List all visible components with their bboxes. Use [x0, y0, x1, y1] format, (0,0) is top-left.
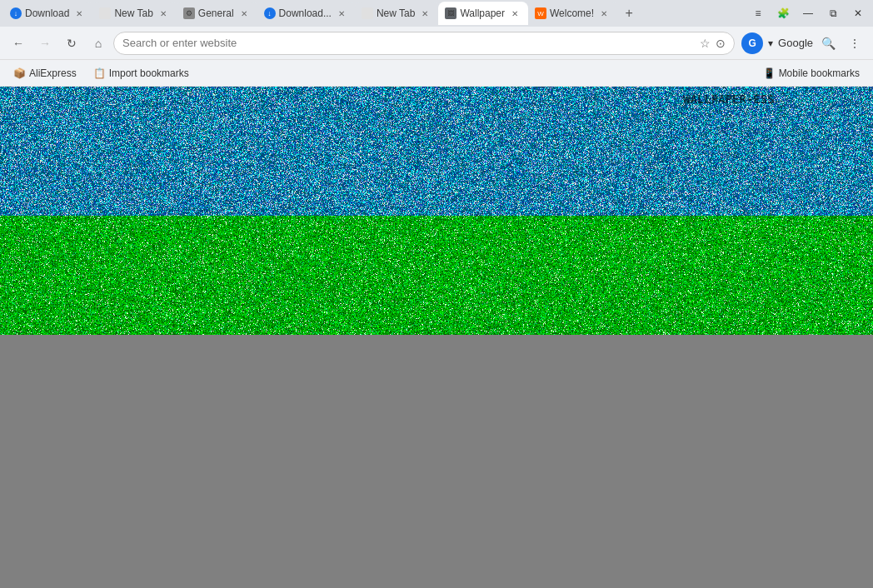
tab-favicon-download-1: ↓	[10, 7, 22, 19]
tab-favicon-download-2: ↓	[264, 7, 276, 19]
bookmark-aliexpress[interactable]: 📦 AliExpress	[7, 66, 83, 81]
tab-wallpaper[interactable]: 🖼 Wallpaper ✕	[438, 2, 528, 25]
tab-favicon-newtab-1	[99, 7, 111, 19]
navbar: ← → ↻ ⌂ ☆ ⊙ G ▾ Google 🔍 ⋮	[0, 27, 873, 60]
tab-newtab-2[interactable]: New Tab ✕	[355, 2, 438, 25]
window-controls: ≡ 🧩 — ⧉ ✕	[746, 2, 870, 25]
aliexpress-label: AliExpress	[29, 67, 77, 79]
tab-close-download-2[interactable]: ✕	[335, 7, 348, 20]
aliexpress-favicon: 📦	[13, 67, 26, 79]
tab-title-newtab-2: New Tab	[377, 7, 415, 19]
tab-download-1[interactable]: ↓ Download ✕	[3, 2, 92, 25]
glitch-image	[0, 87, 873, 335]
bookmarks-bar: 📦 AliExpress 📋 Import bookmarks 📱 Mobile…	[0, 60, 873, 87]
tab-close-welcome[interactable]: ✕	[597, 7, 611, 20]
close-button[interactable]: ✕	[846, 2, 870, 25]
import-label: Import bookmarks	[109, 67, 189, 79]
google-label[interactable]: Google	[778, 37, 813, 49]
address-input[interactable]	[122, 37, 695, 49]
home-button[interactable]: ⌂	[87, 32, 110, 55]
tab-favicon-welcome: W	[535, 7, 546, 19]
page-content	[0, 87, 873, 588]
refresh-button[interactable]: ↻	[60, 32, 83, 55]
profile-area: G ▾ Google	[741, 32, 813, 54]
tune-icon[interactable]: ⊙	[716, 37, 726, 50]
tab-title-download-1: Download	[25, 7, 69, 19]
bookmark-import[interactable]: 📋 Import bookmarks	[87, 66, 196, 81]
bookmark-star-icon[interactable]: ☆	[700, 37, 711, 50]
tab-close-general[interactable]: ✕	[237, 7, 251, 20]
tab-title-wallpaper: Wallpaper	[460, 7, 505, 19]
mobile-bookmarks-icon: 📱	[763, 67, 776, 79]
tab-close-newtab-2[interactable]: ✕	[418, 7, 432, 20]
tab-close-newtab-1[interactable]: ✕	[157, 7, 170, 20]
tab-title-welcome: Welcome!	[550, 7, 594, 19]
titlebar: ↓ Download ✕ New Tab ✕ ⚙ General ✕ ↓ Dow…	[0, 0, 873, 27]
mobile-bookmarks-label: Mobile bookmarks	[779, 67, 860, 79]
tab-general[interactable]: ⚙ General ✕	[177, 2, 257, 25]
tab-favicon-general: ⚙	[183, 7, 195, 19]
tab-title-download-2: Download...	[279, 7, 332, 19]
tab-welcome[interactable]: W Welcome! ✕	[528, 2, 617, 25]
import-favicon: 📋	[93, 67, 106, 79]
new-tab-button[interactable]: +	[617, 2, 641, 25]
tab-title-general: General	[198, 7, 234, 19]
tab-newtab-1[interactable]: New Tab ✕	[92, 2, 176, 25]
more-options-button[interactable]: ⋮	[843, 32, 866, 55]
restore-button[interactable]: ⧉	[821, 2, 845, 25]
address-bar[interactable]: ☆ ⊙	[113, 32, 735, 55]
search-button[interactable]: 🔍	[816, 32, 840, 55]
tab-list-button[interactable]: ≡	[746, 2, 770, 25]
profile-button[interactable]: G	[741, 32, 763, 54]
extensions-button[interactable]: 🧩	[771, 2, 795, 25]
forward-button[interactable]: →	[33, 32, 57, 55]
tab-title-newtab-1: New Tab	[114, 7, 152, 19]
mobile-bookmarks-button[interactable]: 📱 Mobile bookmarks	[756, 66, 866, 81]
profile-dropdown-icon[interactable]: ▾	[768, 37, 773, 49]
tab-download-2[interactable]: ↓ Download... ✕	[257, 2, 355, 25]
tab-close-download-1[interactable]: ✕	[72, 7, 86, 20]
tab-favicon-wallpaper: 🖼	[445, 7, 456, 19]
minimize-button[interactable]: —	[796, 2, 820, 25]
tab-close-wallpaper[interactable]: ✕	[508, 7, 521, 20]
tab-favicon-newtab-2	[362, 7, 373, 19]
back-button[interactable]: ←	[7, 32, 30, 55]
